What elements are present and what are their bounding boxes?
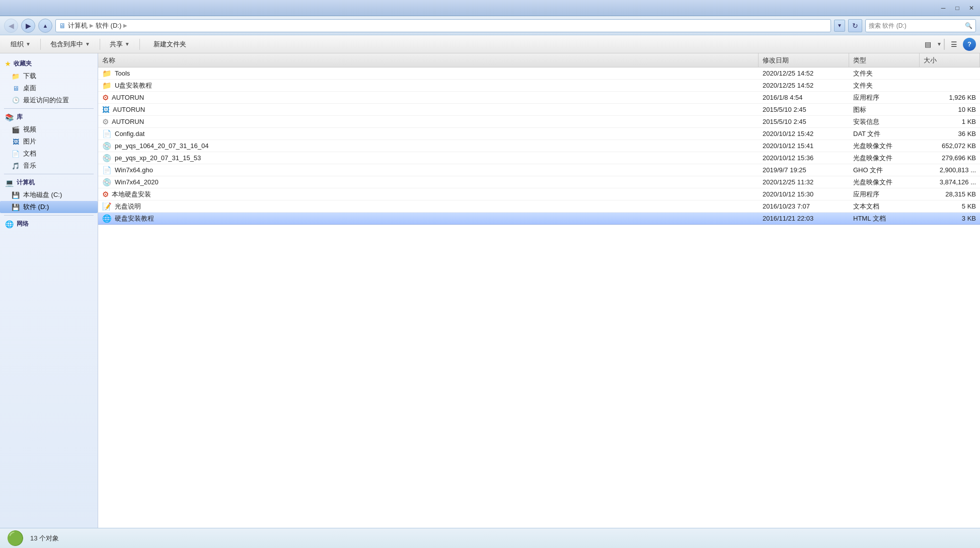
addressbar: ◀ ▶ ▲ 🖥 计算机 ▶ 软件 (D:) ▶ ▼ ↻ 🔍 <box>0 16 980 35</box>
refresh-button[interactable]: ↻ <box>848 19 862 32</box>
sidebar-item-documents[interactable]: 📄 文档 <box>0 148 98 160</box>
file-type-cell: 光盘映像文件 <box>849 178 920 187</box>
file-area: 名称 修改日期 类型 大小 📁 Tools 2020/12/25 14:52 文… <box>98 53 980 528</box>
details-view-button[interactable]: ☰ <box>947 38 961 51</box>
file-type-cell: 图标 <box>849 105 920 114</box>
address-dropdown-button[interactable]: ▼ <box>834 20 845 32</box>
file-name-cell: 📁 Tools <box>98 69 759 78</box>
titlebar: ─ □ ✕ <box>0 0 980 16</box>
downloads-icon: 📁 <box>11 72 20 81</box>
documents-icon: 📄 <box>11 149 20 158</box>
file-type-cell: 应用程序 <box>849 93 920 102</box>
table-row[interactable]: 📁 U盘安装教程 2020/12/25 14:52 文件夹 <box>98 80 980 92</box>
toolbar-separator-1 <box>40 39 41 50</box>
sidebar-favorites-header[interactable]: ★ 收藏夹 <box>0 57 98 70</box>
table-row[interactable]: 📄 Config.dat 2020/10/12 15:42 DAT 文件 36 … <box>98 128 980 140</box>
table-row[interactable]: ⚙ 本地硬盘安装 2020/10/12 15:30 应用程序 28,315 KB <box>98 188 980 200</box>
sidebar-item-images[interactable]: 🖼 图片 <box>0 135 98 148</box>
file-name-cell: 📝 光盘说明 <box>98 202 759 211</box>
file-size: 36 KB <box>958 130 976 138</box>
address-sep-1: ▶ <box>90 23 94 28</box>
file-type: GHO 文件 <box>853 166 883 175</box>
file-modified-cell: 2019/9/7 19:25 <box>759 166 849 174</box>
file-type-cell: HTML 文档 <box>849 214 920 223</box>
view-button[interactable]: ▤ <box>921 38 935 51</box>
search-input[interactable] <box>869 22 963 29</box>
minimize-button[interactable]: ─ <box>937 3 950 14</box>
address-part-drive[interactable]: 软件 (D:) <box>96 21 121 30</box>
forward-button[interactable]: ▶ <box>21 19 35 33</box>
file-modified: 2016/10/23 7:07 <box>763 202 810 210</box>
file-modified: 2016/11/21 22:03 <box>763 215 813 222</box>
table-row[interactable]: 💿 pe_yqs_1064_20_07_31_16_04 2020/10/12 … <box>98 140 980 152</box>
file-size: 28,315 KB <box>945 190 976 198</box>
table-row[interactable]: 🌐 硬盘安装教程 2016/11/21 22:03 HTML 文档 3 KB <box>98 213 980 225</box>
table-row[interactable]: ⚙ AUTORUN 2016/1/8 4:54 应用程序 1,926 KB <box>98 92 980 104</box>
file-size: 5 KB <box>962 202 976 210</box>
file-modified: 2020/10/12 15:41 <box>763 142 813 150</box>
file-type: 应用程序 <box>853 190 879 199</box>
toolbar-separator-3 <box>139 39 140 50</box>
sidebar-item-downloads[interactable]: 📁 下载 <box>0 70 98 82</box>
file-type: 文本文档 <box>853 202 879 211</box>
sidebar-library-header[interactable]: 📚 库 <box>0 111 98 123</box>
sidebar-item-music[interactable]: 🎵 音乐 <box>0 160 98 172</box>
music-icon: 🎵 <box>11 161 20 170</box>
file-list: 📁 Tools 2020/12/25 14:52 文件夹 📁 U盘安装教程 20… <box>98 67 980 528</box>
table-row[interactable]: 🖼 AUTORUN 2015/5/10 2:45 图标 10 KB <box>98 104 980 116</box>
sidebar-network-header[interactable]: 🌐 网络 <box>0 218 98 230</box>
file-type-cell: 光盘映像文件 <box>849 142 920 151</box>
sidebar-item-software-d[interactable]: 💾 软件 (D:) <box>0 201 98 213</box>
table-row[interactable]: 📝 光盘说明 2016/10/23 7:07 文本文档 5 KB <box>98 200 980 213</box>
sidebar-computer-header[interactable]: 💻 计算机 <box>0 176 98 189</box>
sidebar-section-computer: 💻 计算机 💾 本地磁盘 (C:) 💾 软件 (D:) <box>0 176 98 213</box>
col-header-modified[interactable]: 修改日期 <box>759 53 849 67</box>
file-size-cell: 3,874,126 ... <box>920 178 980 186</box>
gho-icon: 📄 <box>102 166 112 175</box>
col-header-name[interactable]: 名称 <box>98 53 759 67</box>
close-button[interactable]: ✕ <box>965 3 978 14</box>
file-size-cell: 1,926 KB <box>920 94 980 101</box>
file-type-cell: GHO 文件 <box>849 166 920 175</box>
table-row[interactable]: 📄 Win7x64.gho 2019/9/7 19:25 GHO 文件 2,90… <box>98 164 980 176</box>
file-size-cell: 28,315 KB <box>920 190 980 198</box>
toolbar: 组织 ▼ 包含到库中 ▼ 共享 ▼ 新建文件夹 ▤ ▼ ☰ ? <box>0 35 980 53</box>
column-headers: 名称 修改日期 类型 大小 <box>98 53 980 67</box>
up-button[interactable]: ▲ <box>38 19 52 33</box>
file-name: 硬盘安装教程 <box>115 214 154 223</box>
new-folder-button[interactable]: 新建文件夹 <box>147 37 193 51</box>
sidebar-item-desktop[interactable]: 🖥 桌面 <box>0 82 98 94</box>
address-path: 🖥 计算机 ▶ 软件 (D:) ▶ <box>55 19 831 32</box>
file-name-cell: ⚙ AUTORUN <box>98 93 759 102</box>
organize-button[interactable]: 组织 ▼ <box>4 37 37 51</box>
file-name-cell: ⚙ 本地硬盘安装 <box>98 190 759 199</box>
file-name-cell: 📄 Config.dat <box>98 129 759 139</box>
file-size: 279,696 KB <box>942 154 976 162</box>
include-library-button[interactable]: 包含到库中 ▼ <box>44 37 97 51</box>
file-modified-cell: 2016/1/8 4:54 <box>759 94 849 101</box>
address-part-computer[interactable]: 计算机 <box>68 21 88 30</box>
share-button[interactable]: 共享 ▼ <box>103 37 136 51</box>
col-header-type[interactable]: 类型 <box>849 53 920 67</box>
sidebar-item-local-c[interactable]: 💾 本地磁盘 (C:) <box>0 189 98 201</box>
col-header-size[interactable]: 大小 <box>920 53 980 67</box>
app-icon-file: ⚙ <box>102 190 109 199</box>
dat-icon: 📄 <box>102 129 112 139</box>
back-button[interactable]: ◀ <box>4 19 18 33</box>
help-button[interactable]: ? <box>963 38 976 51</box>
file-size-cell: 652,072 KB <box>920 142 980 150</box>
file-name-cell: 📁 U盘安装教程 <box>98 81 759 90</box>
sidebar-item-recent[interactable]: 🕒 最近访问的位置 <box>0 94 98 106</box>
file-size: 3 KB <box>962 215 976 222</box>
sidebar-item-videos[interactable]: 🎬 视频 <box>0 123 98 135</box>
file-modified: 2020/10/12 15:42 <box>763 130 813 138</box>
file-modified-cell: 2020/12/25 14:52 <box>759 82 849 89</box>
table-row[interactable]: 💿 Win7x64_2020 2020/12/25 11:32 光盘映像文件 3… <box>98 176 980 188</box>
table-row[interactable]: ⚙ AUTORUN 2015/5/10 2:45 安装信息 1 KB <box>98 116 980 128</box>
file-modified-cell: 2020/12/25 14:52 <box>759 70 849 77</box>
maximize-button[interactable]: □ <box>951 3 964 14</box>
table-row[interactable]: 💿 pe_yqs_xp_20_07_31_15_53 2020/10/12 15… <box>98 152 980 164</box>
file-type: 应用程序 <box>853 93 879 102</box>
table-row[interactable]: 📁 Tools 2020/12/25 14:52 文件夹 <box>98 67 980 80</box>
file-modified-cell: 2020/10/12 15:30 <box>759 190 849 198</box>
